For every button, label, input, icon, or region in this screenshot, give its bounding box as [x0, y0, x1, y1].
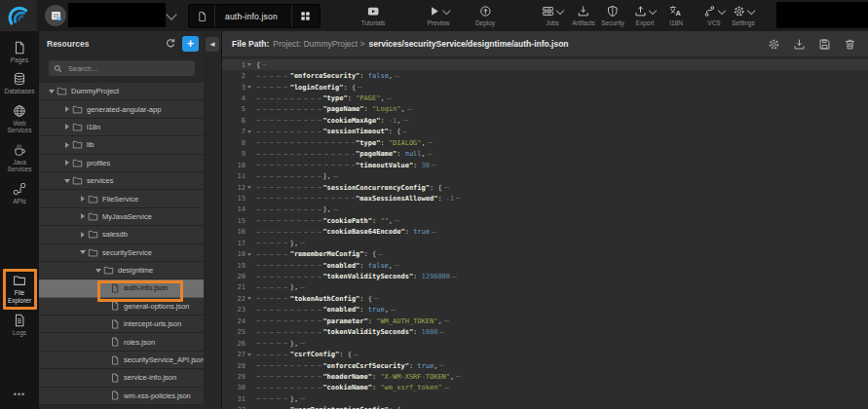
fold-toggle-icon[interactable]: [245, 253, 253, 256]
fold-toggle-icon[interactable]: [245, 297, 253, 300]
tree-row-profiles[interactable]: profiles: [39, 155, 205, 172]
tree-row-services[interactable]: services: [39, 172, 205, 190]
chevron-expanded-icon[interactable]: [94, 269, 102, 273]
fold-toggle-icon[interactable]: [245, 86, 253, 89]
code-area[interactable]: 1{2"enforceSecurity": false,3"loginConfi…: [222, 57, 868, 409]
sidebar-item-label: File Explorer: [3, 289, 36, 304]
fold-toggle-icon[interactable]: [245, 63, 253, 66]
sidebar-item-label: Databases: [3, 88, 36, 94]
chevron-collapsed-icon[interactable]: [78, 196, 87, 202]
code-line: 8"type": "DIALOG",: [222, 137, 868, 148]
sidebar-item-apis[interactable]: APIs: [3, 182, 36, 204]
delete-file-icon[interactable]: [844, 38, 856, 51]
sidebar-item-web-services[interactable]: Web Services: [3, 104, 36, 134]
line-number: 24: [222, 317, 253, 325]
menu-item-settings[interactable]: Settings: [732, 4, 755, 26]
tree-row-wm-xss-policies-json[interactable]: wm-xss-policies.json: [39, 388, 205, 405]
branch-icon: [703, 5, 716, 18]
tree-row-securityservice[interactable]: securityService: [39, 244, 205, 262]
line-number: 16: [222, 228, 253, 236]
wavemaker-logo-icon: [7, 4, 30, 27]
tree-row-generated-angular-app[interactable]: generated-angular-app: [39, 100, 205, 118]
file-icon: [110, 301, 120, 311]
chevron-expanded-icon[interactable]: [78, 250, 87, 254]
menu-item-export[interactable]: Export: [634, 4, 656, 26]
code-line: 2"enforceSecurity": false,: [222, 70, 868, 81]
sidebar-item-file-explorer[interactable]: File Explorer: [3, 274, 36, 304]
panel-scroll-strip[interactable]: [204, 31, 221, 409]
tree-row-myjavaservice[interactable]: MyJavaService: [39, 208, 205, 226]
chevron-collapsed-icon[interactable]: [62, 142, 71, 148]
line-number: 12: [222, 184, 253, 192]
search-box[interactable]: [49, 60, 195, 76]
tree-row-intercept-urls-json[interactable]: intercept-urls.json: [39, 316, 205, 333]
chevron-collapsed-icon[interactable]: [62, 106, 71, 112]
menu-item-vcs[interactable]: VCS: [703, 4, 725, 26]
editor-settings-gear-icon[interactable]: [768, 38, 780, 51]
api-icon: [13, 182, 26, 196]
sidebar-item-logs[interactable]: Logs: [3, 314, 36, 336]
tree-row-label: service-info.json: [124, 373, 176, 382]
tree-row-dummyproject[interactable]: DummyProject: [39, 83, 205, 100]
tree-row-lib[interactable]: lib: [39, 136, 205, 154]
line-number: 30: [222, 384, 253, 391]
tree-row-salesdb[interactable]: salesdb: [39, 226, 205, 243]
chevron-expanded-icon[interactable]: [62, 179, 71, 183]
add-resource-button[interactable]: +: [182, 36, 199, 52]
menu-item-label: I18N: [669, 19, 683, 26]
sidebar-item-java-services[interactable]: Java Services: [3, 143, 36, 173]
collapse-panel-button[interactable]: ◄: [206, 37, 219, 52]
tree-row-roles-json[interactable]: roles.json: [39, 333, 205, 351]
menu-item-deploy[interactable]: Deploy: [475, 4, 495, 26]
menu-item-jobs[interactable]: Jobs: [542, 4, 563, 26]
server-icon: [542, 5, 554, 18]
line-number: 11: [222, 172, 253, 180]
dashboard-grid-icon[interactable]: [291, 5, 320, 27]
line-number: 14: [222, 205, 253, 213]
sidebar-item-databases[interactable]: Databases: [3, 72, 36, 94]
code-line: 16"cookieBase64Encode": true: [222, 227, 868, 238]
fold-toggle-icon[interactable]: [245, 130, 253, 133]
line-number: 23: [222, 306, 253, 314]
file-icon: [110, 283, 120, 293]
chevron-collapsed-icon[interactable]: [62, 124, 71, 130]
code-line: 29"headerName": "X-WM-XSRF-TOKEN",: [222, 371, 868, 382]
tree-row-designtime[interactable]: designtime: [39, 262, 205, 279]
tree-row-auth-info-json[interactable]: auth-info.json: [39, 279, 205, 297]
chevron-down-icon: [649, 6, 657, 14]
menu-item-tutorials[interactable]: Tutorials: [361, 4, 386, 26]
folder-icon: [103, 265, 114, 276]
tree-row-securityservice-api-json[interactable]: securityService_API.json: [39, 352, 205, 369]
menu-item-artifacts[interactable]: Artifacts: [572, 4, 594, 26]
download-file-icon[interactable]: [793, 38, 806, 51]
line-number: 13: [222, 195, 253, 203]
chevron-collapsed-icon[interactable]: [78, 213, 87, 219]
refresh-button[interactable]: [164, 37, 177, 51]
folder-icon: [72, 139, 83, 150]
tree-row-i18n[interactable]: i18n: [39, 119, 205, 136]
tree-row-label: auth-info.json: [124, 283, 168, 292]
fold-toggle-icon[interactable]: [245, 353, 253, 356]
folder-icon: [88, 194, 98, 204]
tree-row-general-options-json[interactable]: general-options.json: [39, 298, 205, 316]
line-number: 28: [222, 362, 253, 370]
menu-item-security[interactable]: Security: [601, 4, 623, 26]
tree-row-service-info-json[interactable]: service-info.json: [39, 369, 205, 387]
menu-item-i18n[interactable]: AI18N: [669, 4, 683, 26]
search-input[interactable]: [66, 63, 190, 74]
app-logo[interactable]: [0, 0, 37, 31]
chevron-collapsed-icon[interactable]: [78, 232, 87, 238]
chevron-down-icon: [718, 6, 726, 14]
chevron-expanded-icon[interactable]: [47, 90, 56, 93]
save-file-icon[interactable]: [818, 38, 831, 51]
chevron-down-icon[interactable]: [166, 9, 176, 19]
menu-item-preview[interactable]: Preview: [427, 4, 449, 26]
chevron-collapsed-icon[interactable]: [62, 160, 71, 166]
sidebar-item-pages[interactable]: Pages: [3, 41, 36, 63]
open-file-tab[interactable]: auth-info.json: [188, 4, 321, 28]
menu-item-label: Export: [636, 19, 655, 26]
tree-row-fileservice[interactable]: FileService: [39, 190, 205, 207]
fold-toggle-icon[interactable]: [245, 186, 253, 189]
release-notes-button[interactable]: [45, 5, 66, 26]
sidebar-more-button[interactable]: •••: [14, 390, 25, 399]
